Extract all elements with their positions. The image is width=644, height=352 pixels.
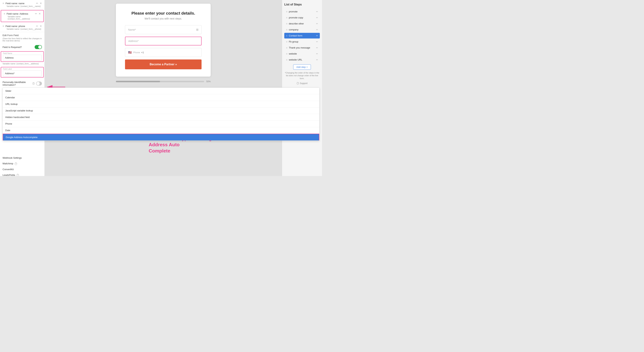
dropdown-item-date[interactable]: Date — [3, 127, 45, 134]
delete-icon-phone[interactable]: ✕ — [40, 25, 42, 28]
support-label: Support — [300, 82, 308, 85]
field-name-input[interactable] — [3, 55, 42, 61]
field-required-label: Field Is Required? — [2, 46, 22, 49]
cta-button[interactable]: Become a Partner » — [125, 60, 202, 69]
step-item-website[interactable]: ≡ website ✏ — [284, 51, 320, 57]
step-label: website — [289, 52, 297, 55]
step-item-website-url[interactable]: ≡ website URL ✏ — [284, 57, 320, 63]
dropdown-item-google-address[interactable]: Google Address Autocomplete — [3, 134, 45, 140]
step-edit-icon[interactable]: ✏ — [316, 17, 318, 19]
step-label: Fb group — [289, 40, 298, 43]
field-required-toggle[interactable] — [34, 45, 42, 49]
dropdown-item-js-lookup[interactable]: JavaScript variable lookup — [3, 107, 45, 114]
form-preview: Please enter your contact details. We'll… — [116, 4, 211, 77]
field-item-address: ≡ Field name: Address ✏ ✕ Variable name:… — [1, 10, 44, 22]
progress-bar-fill — [116, 81, 160, 82]
mailchimp-help-icon[interactable]: ? — [14, 163, 17, 165]
webhook-settings-label[interactable]: Webhook Settings — [0, 155, 44, 161]
leadspedia-help-icon[interactable]: ? — [16, 174, 19, 176]
step-drag-icon: ≡ — [286, 11, 288, 13]
step-edit-icon[interactable]: ✏ — [316, 53, 318, 55]
support-link[interactable]: ? Support — [284, 82, 320, 85]
step-label: Contact form — [289, 34, 302, 37]
name-preview-field[interactable]: Name* ⊞ — [125, 25, 202, 34]
dropdown-item-calendar[interactable]: Calendar — [3, 94, 45, 101]
delete-icon-address[interactable]: ✕ — [39, 12, 41, 15]
left-panel: ≡ Field name: name ✏ ✕ Variable name: {c… — [0, 0, 45, 176]
phone-label: Phone — [133, 51, 140, 54]
field-variable-address: Variable name: {contact_form__address} — [8, 16, 41, 20]
pii-toggle[interactable] — [36, 82, 42, 86]
step-item-fb-group[interactable]: ≡ Fb group ✏ — [284, 39, 320, 45]
edit-form-field-subtitle: (Save the form field to reflect the chan… — [0, 37, 44, 44]
edit-form-field-title: Edit Form Field — [0, 32, 44, 37]
step-edit-icon[interactable]: ✏ — [316, 23, 318, 25]
field-name-group: Field Name — [1, 51, 44, 62]
field-label-group: Field Label — [1, 67, 44, 78]
step-item-thank-you-message[interactable]: ≡ Thank you message ✏ — [284, 45, 320, 51]
step-label: company — [289, 28, 298, 31]
dropdown-item-url-lookup[interactable]: URL lookup — [3, 101, 45, 107]
drag-icon-phone[interactable]: ≡ — [2, 25, 4, 28]
steps-list: ≡ promote ✏ ≡ promote copy ✏ ≡ describe … — [284, 9, 320, 63]
step-edit-icon[interactable]: ✏ — [316, 41, 318, 43]
field-variable-phone: Variable name: {contact_form__phone} — [6, 28, 42, 30]
address-preview-field[interactable]: Address* — [125, 37, 202, 46]
flag-icon: 🇺🇸 — [128, 51, 132, 54]
drag-icon-address[interactable]: ≡ — [4, 12, 5, 15]
step-drag-icon: ≡ — [286, 41, 288, 43]
field-label-input[interactable] — [3, 70, 42, 76]
dropdown-item-slider[interactable]: Slider — [3, 88, 45, 94]
delete-icon-name[interactable]: ✕ — [40, 2, 42, 5]
dropdown-item-hidden[interactable]: Hidden hardcoded field — [3, 114, 45, 121]
drag-icon-name[interactable]: ≡ — [2, 2, 4, 5]
edit-icon-name[interactable]: ✏ — [36, 2, 38, 5]
field-name-label: Field Name — [3, 52, 42, 54]
pii-label: Personally Identifiable Information? — [2, 81, 32, 86]
support-help-icon: ? — [296, 82, 299, 85]
dropdown-item-phone[interactable]: Phone — [3, 121, 45, 127]
steps-note: *Changing the order of the steps in the … — [284, 72, 320, 80]
step-item-describe-other[interactable]: ≡ describe other ✏ — [284, 21, 320, 27]
step-edit-icon[interactable]: ✏ — [316, 29, 318, 31]
annotation-line2: Complete — [149, 148, 222, 154]
step-drag-icon: ≡ — [286, 23, 288, 25]
step-item-promote[interactable]: ≡ promote ✏ — [284, 9, 320, 15]
leadspedia-label: LeadsPedia ? — [0, 172, 44, 176]
step-drag-icon: ≡ — [286, 29, 288, 31]
step-label: Thank you message — [289, 46, 310, 49]
edit-icon-address[interactable]: ✏ — [35, 12, 37, 15]
progress-label: 50% — [206, 80, 211, 83]
address-placeholder: Address* — [128, 40, 139, 43]
progress-bar-bg — [116, 81, 204, 82]
pii-row: Personally Identifiable Information? ? — [0, 79, 44, 88]
step-item-contact-form[interactable]: ≡ Contact form ✏ — [284, 33, 320, 39]
phone-preview-field[interactable]: 🇺🇸 Phone +1 — [125, 48, 202, 57]
step-drag-icon: ≡ — [286, 17, 288, 19]
step-edit-icon[interactable]: ✏ — [316, 47, 318, 49]
field-title-address: Field name: Address — [6, 13, 28, 15]
step-label: website URL — [289, 58, 302, 61]
step-item-promote-copy[interactable]: ≡ promote copy ✏ — [284, 15, 320, 21]
step-label: promote copy — [289, 16, 303, 19]
step-drag-icon: ≡ — [286, 35, 288, 37]
step-edit-icon[interactable]: ✏ — [316, 59, 318, 61]
name-field-icon: ⊞ — [196, 28, 198, 31]
add-step-button[interactable]: Add step + — [293, 64, 311, 70]
pii-help-icon[interactable]: ? — [32, 82, 34, 85]
field-item-phone: ≡ Field name: phone ✏ ✕ Variable name: {… — [0, 23, 44, 32]
field-title-phone: Field name: phone — [6, 25, 25, 28]
step-label: promote — [289, 10, 298, 13]
field-item-name: ≡ Field name: name ✏ ✕ Variable name: {c… — [0, 0, 44, 9]
step-edit-icon[interactable]: ✏ — [316, 35, 318, 37]
phone-code: +1 — [141, 51, 144, 54]
convertkit-label[interactable]: ConvertKit — [0, 167, 44, 172]
mailchimp-label: Mailchimp ? — [0, 161, 44, 167]
step-item-company[interactable]: ≡ company ✏ — [284, 27, 320, 33]
step-drag-icon: ≡ — [286, 53, 288, 55]
step-edit-icon[interactable]: ✏ — [316, 11, 318, 13]
field-name-variable: Variable name: {contact_form__address} — [0, 63, 44, 66]
form-preview-title: Please enter your contact details. — [125, 11, 202, 16]
step-drag-icon: ≡ — [286, 47, 288, 49]
edit-icon-phone[interactable]: ✏ — [36, 25, 38, 28]
